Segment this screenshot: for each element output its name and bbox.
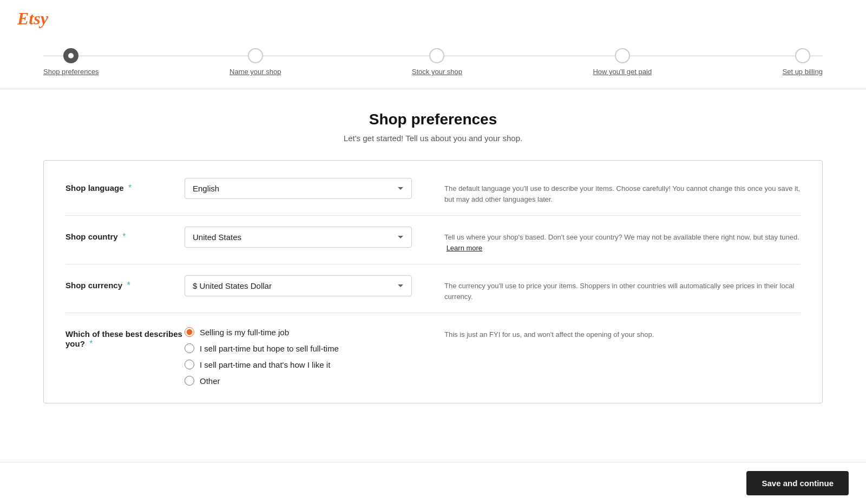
language-control-col: English French German Spanish Italian Po… bbox=[185, 178, 412, 199]
radio-parttime-hope-input[interactable] bbox=[185, 343, 194, 353]
header: Etsy bbox=[0, 0, 866, 37]
radio-other-input[interactable] bbox=[185, 376, 194, 386]
radio-fulltime-label: Selling is my full-time job bbox=[200, 328, 289, 337]
progress-bar: Shop preferences Name your shop Stock yo… bbox=[43, 48, 823, 76]
step-billing[interactable]: Set up billing bbox=[783, 48, 823, 76]
currency-row: Shop currency * $ United States Dollar £… bbox=[65, 264, 801, 313]
radio-parttime-like-input[interactable] bbox=[185, 360, 194, 369]
language-required: * bbox=[128, 183, 132, 193]
step-circle-3 bbox=[429, 48, 444, 63]
step-stock-shop[interactable]: Stock your shop bbox=[412, 48, 462, 76]
step-label-4: How you'll get paid bbox=[593, 68, 652, 76]
radio-parttime-hope-label: I sell part-time but hope to sell full-t… bbox=[200, 344, 339, 353]
language-label: Shop language bbox=[65, 183, 124, 193]
step-circle-1 bbox=[63, 48, 78, 63]
currency-select[interactable]: $ United States Dollar £ British Pound €… bbox=[185, 275, 412, 296]
seller-type-row: Which of these best describes you? * Sel… bbox=[65, 313, 801, 386]
seller-type-hint: This is just an FYI for us, and won't af… bbox=[444, 324, 801, 340]
form-card: Shop language * English French German Sp… bbox=[43, 160, 823, 403]
currency-hint: The currency you'll use to price your it… bbox=[444, 275, 801, 302]
seller-type-required: * bbox=[89, 339, 93, 348]
footer: Save and continue bbox=[0, 462, 866, 504]
step-label-5: Set up billing bbox=[783, 68, 823, 76]
radio-fulltime[interactable]: Selling is my full-time job bbox=[185, 327, 412, 337]
country-learn-more-link[interactable]: Learn more bbox=[447, 244, 482, 252]
currency-label-col: Shop currency * bbox=[65, 275, 185, 290]
step-label-1: Shop preferences bbox=[43, 68, 99, 76]
radio-other-label: Other bbox=[200, 376, 220, 386]
currency-control-col: $ United States Dollar £ British Pound €… bbox=[185, 275, 412, 296]
step-name-shop[interactable]: Name your shop bbox=[229, 48, 281, 76]
progress-section: Shop preferences Name your shop Stock yo… bbox=[0, 37, 866, 76]
radio-fulltime-input[interactable] bbox=[185, 327, 194, 337]
currency-label: Shop currency bbox=[65, 281, 122, 290]
page-title: Shop preferences bbox=[43, 111, 823, 128]
country-row: Shop country * United States United King… bbox=[65, 216, 801, 264]
currency-required: * bbox=[127, 281, 130, 290]
country-label-col: Shop country * bbox=[65, 227, 185, 242]
country-hint-text: Tell us where your shop's based. Don't s… bbox=[444, 233, 799, 241]
save-continue-button[interactable]: Save and continue bbox=[746, 471, 849, 495]
step-shop-preferences[interactable]: Shop preferences bbox=[43, 48, 99, 76]
language-label-col: Shop language * bbox=[65, 178, 185, 193]
step-get-paid[interactable]: How you'll get paid bbox=[593, 48, 652, 76]
etsy-logo: Etsy bbox=[17, 9, 48, 28]
seller-type-radio-group: Selling is my full-time job I sell part-… bbox=[185, 324, 412, 386]
country-control-col: United States United Kingdom Canada Aust… bbox=[185, 227, 412, 248]
language-select[interactable]: English French German Spanish Italian Po… bbox=[185, 178, 412, 199]
step-circle-4 bbox=[615, 48, 630, 63]
radio-parttime-hope[interactable]: I sell part-time but hope to sell full-t… bbox=[185, 343, 412, 353]
step-circle-5 bbox=[795, 48, 810, 63]
main-content: Shop preferences Let's get started! Tell… bbox=[0, 89, 866, 425]
radio-parttime-like[interactable]: I sell part-time and that's how I like i… bbox=[185, 360, 412, 369]
step-label-3: Stock your shop bbox=[412, 68, 462, 76]
seller-type-label-col: Which of these best describes you? * bbox=[65, 324, 185, 349]
country-required: * bbox=[122, 232, 126, 241]
radio-other[interactable]: Other bbox=[185, 376, 412, 386]
language-hint: The default language you'll use to descr… bbox=[444, 178, 801, 204]
seller-type-control-col: Selling is my full-time job I sell part-… bbox=[185, 324, 412, 386]
step-circle-2 bbox=[248, 48, 263, 63]
country-hint: Tell us where your shop's based. Don't s… bbox=[444, 227, 801, 253]
country-label: Shop country bbox=[65, 232, 118, 241]
step-label-2: Name your shop bbox=[229, 68, 281, 76]
page-subtitle: Let's get started! Tell us about you and… bbox=[43, 134, 823, 143]
seller-type-label: Which of these best describes you? bbox=[65, 329, 182, 348]
radio-parttime-like-label: I sell part-time and that's how I like i… bbox=[200, 360, 330, 369]
country-select[interactable]: United States United Kingdom Canada Aust… bbox=[185, 227, 412, 248]
language-row: Shop language * English French German Sp… bbox=[65, 178, 801, 216]
